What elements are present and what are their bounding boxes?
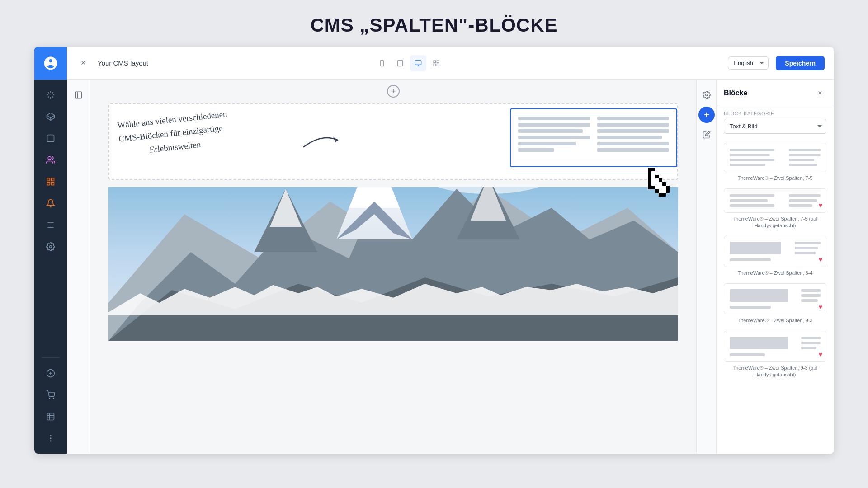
grid-view-btn[interactable] [428, 55, 444, 71]
category-label: Block-Kategorie [717, 105, 834, 119]
blocks-panel-header: Blöcke × [717, 80, 834, 105]
edit-block-btn[interactable] [698, 127, 715, 143]
canvas-layout-btn[interactable] [71, 87, 87, 103]
layout-title: Your CMS layout [98, 59, 367, 67]
heart-icon-3[interactable]: ♥ [819, 256, 822, 263]
heart-icon-2[interactable]: ♥ [819, 202, 822, 209]
svg-point-15 [49, 398, 50, 399]
block-item-5: ♥ ThemeWare® – Zwei Spalten, 9-3 (auf Ha… [724, 331, 826, 378]
annotation-arrow [299, 129, 344, 151]
blocks-list: ThemeWare® – Zwei Spalten, 7-5 [717, 139, 834, 454]
mountain-image [108, 187, 678, 341]
svg-rect-4 [47, 178, 50, 181]
block-label-1: ThemeWare® – Zwei Spalten, 7-5 [724, 175, 826, 181]
add-block-btn[interactable] [698, 107, 715, 123]
settings-icon-btn[interactable] [698, 87, 715, 103]
svg-rect-34 [434, 64, 436, 66]
block-preview-col-right [597, 117, 669, 159]
sidebar-item-settings[interactable] [41, 237, 61, 257]
svg-point-21 [50, 435, 51, 436]
svg-rect-48 [659, 178, 662, 182]
sidebar-nav [41, 80, 61, 348]
block-thumbnail-2[interactable]: ♥ [724, 188, 826, 213]
svg-point-3 [48, 157, 51, 160]
add-row-area: + [90, 80, 696, 103]
block-preview-selected [510, 108, 677, 167]
page-title: CMS „SPALTEN"-BLÖCKE [0, 0, 868, 47]
blocks-panel-title: Blöcke [724, 89, 814, 97]
block-thumbnail-4[interactable]: ♥ [724, 283, 826, 314]
svg-rect-41 [651, 171, 655, 175]
svg-rect-17 [47, 413, 54, 420]
save-button[interactable]: Speichern [776, 56, 825, 70]
svg-point-11 [50, 246, 52, 248]
svg-marker-37 [333, 137, 338, 142]
svg-rect-43 [651, 175, 655, 178]
close-button[interactable]: × [76, 56, 90, 70]
svg-rect-49 [648, 182, 651, 186]
add-row-button[interactable]: + [387, 85, 400, 98]
sidebar-item-layers[interactable] [41, 107, 61, 127]
sidebar-item-sliders[interactable] [41, 215, 61, 235]
svg-rect-2 [47, 135, 54, 142]
annotation-text: Wähle aus vielen verschiedenen CMS-Blöck… [117, 107, 231, 160]
right-toolbar [696, 80, 716, 454]
language-select[interactable]: English Deutsch [728, 56, 769, 70]
sidebar-item-bell[interactable] [41, 193, 61, 213]
svg-rect-40 [648, 171, 651, 175]
sidebar-item-cart[interactable] [41, 385, 61, 405]
sidebar-item-table[interactable] [41, 407, 61, 427]
svg-point-16 [53, 398, 54, 399]
svg-rect-7 [47, 183, 50, 185]
svg-point-23 [50, 441, 51, 441]
svg-rect-47 [655, 178, 659, 182]
block-thumbnail-3[interactable]: ♥ [724, 236, 826, 267]
block-label-2: ThemeWare® – Zwei Spalten, 7-5 (auf Hand… [724, 216, 826, 229]
svg-rect-5 [52, 178, 54, 181]
sidebar-bottom [41, 348, 61, 454]
sidebar-item-plus[interactable] [41, 363, 61, 383]
tablet-view-btn[interactable] [392, 55, 408, 71]
heart-icon-5[interactable]: ♥ [819, 351, 822, 358]
main-container: × Your CMS layout English Deutsch [34, 47, 834, 454]
canvas-area: + Wähle aus vielen verschiedenen CMS-Blö… [90, 80, 696, 454]
sidebar-item-layout[interactable] [41, 172, 61, 192]
svg-rect-38 [648, 168, 651, 171]
svg-rect-44 [655, 175, 659, 178]
block-label-5: ThemeWare® – Zwei Spalten, 9-3 (auf Hand… [724, 365, 826, 378]
block-thumbnail-5[interactable]: ♥ [724, 331, 826, 362]
block-thumbnail-1[interactable] [724, 143, 826, 172]
content-area: × Your CMS layout English Deutsch [67, 47, 834, 454]
sidebar-item-refresh[interactable] [41, 85, 61, 105]
logo-button[interactable] [34, 47, 67, 80]
svg-rect-33 [437, 64, 439, 66]
canvas-left-toolbar [67, 80, 90, 454]
svg-rect-45 [648, 178, 651, 182]
svg-rect-28 [415, 61, 421, 65]
block-item-1: ThemeWare® – Zwei Spalten, 7-5 [724, 143, 826, 181]
svg-rect-39 [651, 168, 655, 171]
svg-rect-53 [662, 182, 666, 186]
svg-rect-50 [651, 182, 655, 186]
mountain-svg [108, 187, 678, 341]
sidebar-item-box[interactable] [41, 128, 61, 148]
sidebar-item-users[interactable] [41, 150, 61, 170]
topbar: × Your CMS layout English Deutsch [67, 47, 834, 80]
view-switcher [374, 55, 444, 71]
block-preview-col-left [518, 117, 590, 159]
heart-icon-4[interactable]: ♥ [819, 303, 822, 310]
block-item-4: ♥ ThemeWare® – Zwei Spalten, 9-3 [724, 283, 826, 324]
category-select[interactable]: Text & Bild [724, 119, 826, 134]
canvas-block: Wähle aus vielen verschiedenen CMS-Blöck… [108, 103, 678, 180]
svg-point-82 [705, 94, 708, 96]
block-label-4: ThemeWare® – Zwei Spalten, 9-3 [724, 317, 826, 324]
svg-rect-32 [437, 61, 439, 63]
svg-rect-52 [659, 182, 662, 186]
desktop-view-btn[interactable] [410, 55, 426, 71]
blocks-panel-close-btn[interactable]: × [814, 87, 826, 99]
mobile-view-btn[interactable] [374, 55, 390, 71]
svg-point-22 [50, 438, 51, 439]
editor-wrapper: + Wähle aus vielen verschiedenen CMS-Blö… [67, 80, 834, 454]
svg-rect-46 [651, 178, 655, 182]
sidebar-item-more[interactable] [41, 428, 61, 448]
